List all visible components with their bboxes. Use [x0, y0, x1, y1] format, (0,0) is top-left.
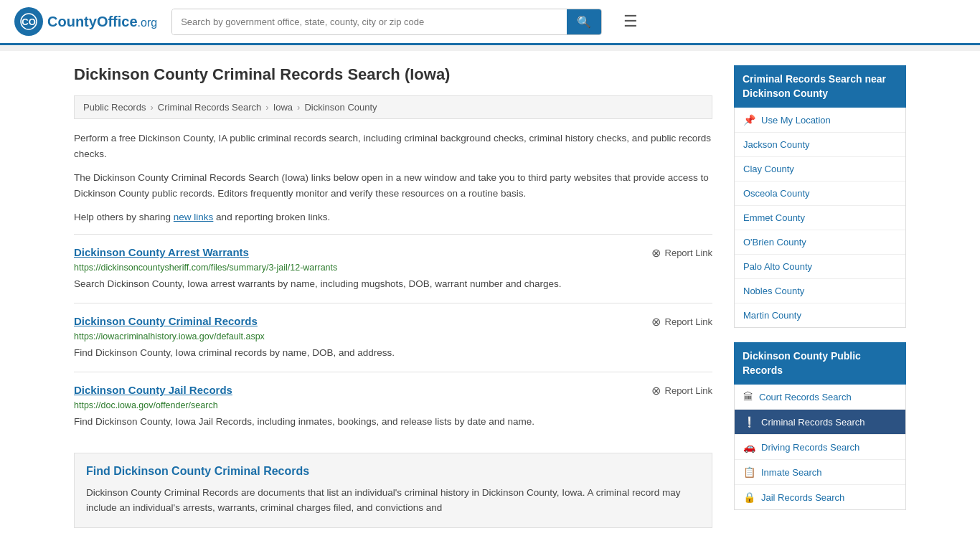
sidebar-nearby-link-7[interactable]: Nobles County [743, 286, 804, 296]
svg-text:CO: CO [22, 17, 36, 27]
breadcrumb-criminal-records-search[interactable]: Criminal Records Search [158, 102, 262, 113]
find-section-text: Dickinson County Criminal Records are do… [86, 485, 700, 516]
sidebar-public-icon-4: 🔒 [743, 491, 755, 503]
report-icon-0: ⊗ [651, 246, 661, 260]
location-icon: 📌 [743, 114, 755, 126]
header-divider [0, 45, 980, 51]
site-logo[interactable]: CO CountyOffice.org [14, 7, 157, 36]
sidebar-nearby-item-4[interactable]: Emmet County [735, 206, 905, 230]
sidebar-public-link-3[interactable]: Inmate Search [761, 467, 822, 478]
breadcrumb-current: Dickinson County [304, 102, 377, 113]
logo-text: CountyOffice.org [47, 14, 157, 30]
sidebar-nearby-link-6[interactable]: Palo Alto County [743, 261, 812, 272]
report-label-1: Report Link [665, 316, 712, 327]
resource-url-1: https://iowacriminalhistory.iowa.gov/def… [74, 331, 712, 342]
sidebar-nearby-link-8[interactable]: Martin County [743, 310, 801, 321]
report-link-1[interactable]: ⊗ Report Link [651, 315, 712, 329]
page-title: Dickinson County Criminal Records Search… [74, 65, 712, 84]
resource-url-0: https://dickinsoncountysheriff.com/files… [74, 263, 712, 273]
sidebar-nearby-list: 📌Use My LocationJackson CountyClay Count… [734, 108, 906, 328]
search-bar: 🔍 [171, 9, 602, 35]
description-para3: Help others by sharing new links and rep… [74, 209, 712, 225]
sidebar-public-link-4[interactable]: Jail Records Search [761, 492, 844, 503]
sidebar-public-icon-3: 📋 [743, 466, 755, 478]
sidebar-nearby-item-5[interactable]: O'Brien County [735, 230, 905, 255]
sidebar-nearby-item-8[interactable]: Martin County [735, 303, 905, 327]
resource-title-0[interactable]: Dickinson County Arrest Warrants [74, 246, 249, 258]
resource-entry: Dickinson County Arrest Warrants ⊗ Repor… [74, 234, 712, 303]
resource-desc-0: Search Dickinson County, Iowa arrest war… [74, 277, 712, 291]
find-section: Find Dickinson County Criminal Records D… [74, 453, 712, 528]
sidebar-public-icon-2: 🚗 [743, 441, 755, 453]
resource-entry: Dickinson County Criminal Records ⊗ Repo… [74, 303, 712, 372]
sidebar-public-link-2[interactable]: Driving Records Search [761, 442, 859, 453]
description-para1: Perform a free Dickinson County, IA publ… [74, 131, 712, 161]
sidebar-public-item-4[interactable]: 🔒 Jail Records Search [735, 485, 905, 509]
resource-desc-2: Find Dickinson County, Iowa Jail Records… [74, 415, 712, 429]
main-content: Dickinson County Criminal Records Search… [74, 65, 712, 528]
sidebar-nearby-item-7[interactable]: Nobles County [735, 279, 905, 303]
sidebar-nearby-item-3[interactable]: Osceola County [735, 182, 905, 206]
sidebar: Criminal Records Search near Dickinson C… [734, 65, 906, 528]
resource-title-1[interactable]: Dickinson County Criminal Records [74, 315, 258, 327]
sidebar-nearby-item-1[interactable]: Jackson County [735, 133, 905, 157]
menu-button[interactable]: ☰ [623, 12, 638, 31]
site-header: CO CountyOffice.org 🔍 ☰ [0, 0, 980, 45]
sidebar-public-item-3[interactable]: 📋 Inmate Search [735, 460, 905, 485]
new-links-link[interactable]: new links [174, 212, 214, 222]
sidebar-nearby-link-4[interactable]: Emmet County [743, 212, 805, 223]
use-my-location-link[interactable]: Use My Location [761, 115, 831, 126]
search-input[interactable] [172, 9, 567, 34]
sidebar-public-item-2[interactable]: 🚗 Driving Records Search [735, 435, 905, 460]
sidebar-public-header: Dickinson County Public Records [734, 342, 906, 385]
sidebar-nearby-link-1[interactable]: Jackson County [743, 139, 810, 150]
report-label-0: Report Link [665, 248, 712, 258]
sidebar-nearby-header: Criminal Records Search near Dickinson C… [734, 65, 906, 108]
sidebar-public-list: 🏛 Court Records Search ❕ Criminal Record… [734, 385, 906, 510]
sidebar-nearby-link-3[interactable]: Osceola County [743, 188, 810, 199]
report-icon-2: ⊗ [651, 384, 661, 397]
resource-entry: Dickinson County Jail Records ⊗ Report L… [74, 372, 712, 441]
sidebar-public-section: Dickinson County Public Records 🏛 Court … [734, 342, 906, 510]
sidebar-nearby-link-2[interactable]: Clay County [743, 164, 794, 174]
resources-list: Dickinson County Arrest Warrants ⊗ Repor… [74, 234, 712, 441]
resource-desc-1: Find Dickinson County, Iowa criminal rec… [74, 346, 712, 360]
sidebar-public-link-0[interactable]: Court Records Search [759, 392, 852, 402]
sidebar-nearby-link-5[interactable]: O'Brien County [743, 237, 806, 248]
sidebar-nearby-item-0[interactable]: 📌Use My Location [735, 108, 905, 133]
sidebar-public-icon-1: ❕ [743, 416, 755, 428]
sidebar-public-link-1[interactable]: Criminal Records Search [761, 417, 865, 428]
sidebar-public-icon-0: 🏛 [743, 391, 753, 402]
report-link-0[interactable]: ⊗ Report Link [651, 246, 712, 260]
sidebar-nearby-section: Criminal Records Search near Dickinson C… [734, 65, 906, 328]
find-section-title: Find Dickinson County Criminal Records [86, 465, 700, 478]
report-link-2[interactable]: ⊗ Report Link [651, 384, 712, 397]
description-para2: The Dickinson County Criminal Records Se… [74, 170, 712, 201]
report-label-2: Report Link [665, 385, 712, 396]
resource-title-2[interactable]: Dickinson County Jail Records [74, 384, 232, 396]
sidebar-public-item-0[interactable]: 🏛 Court Records Search [735, 385, 905, 410]
report-icon-1: ⊗ [651, 315, 661, 329]
sidebar-nearby-item-6[interactable]: Palo Alto County [735, 255, 905, 279]
sidebar-public-item-1[interactable]: ❕ Criminal Records Search [735, 410, 905, 435]
main-container: Dickinson County Criminal Records Search… [60, 51, 920, 542]
sidebar-nearby-item-2[interactable]: Clay County [735, 157, 905, 182]
logo-icon: CO [14, 7, 43, 36]
breadcrumb-iowa[interactable]: Iowa [273, 102, 293, 113]
search-button[interactable]: 🔍 [567, 9, 601, 34]
breadcrumb-public-records[interactable]: Public Records [83, 102, 146, 113]
resource-url-2: https://doc.iowa.gov/offender/search [74, 400, 712, 410]
breadcrumb: Public Records › Criminal Records Search… [74, 95, 712, 119]
